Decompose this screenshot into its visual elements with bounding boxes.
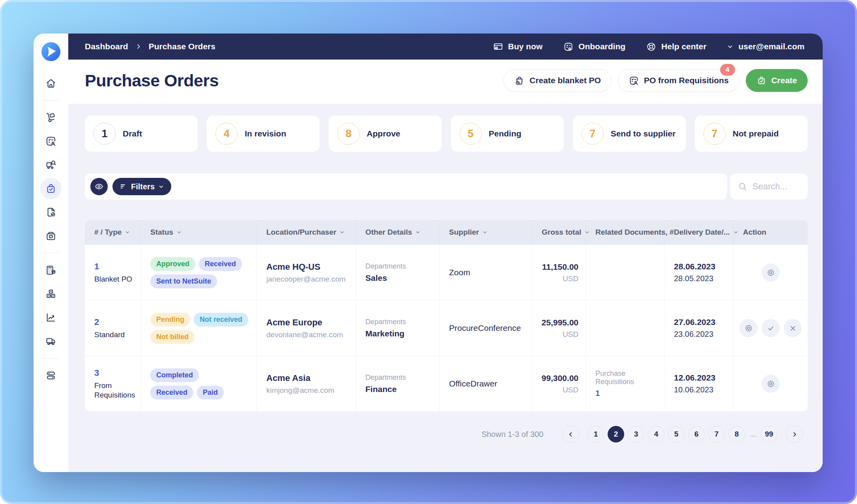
location-name: Acme Europe (266, 317, 350, 328)
summary-card-draft[interactable]: 1 Draft (85, 116, 198, 152)
desktop-background: Dashboard Purchase Orders Buy now (0, 0, 857, 504)
bag-check-icon (756, 75, 767, 86)
bag-clock-icon (514, 75, 525, 86)
table-row[interactable]: 2 Standard PendingNot receivedNot billed… (85, 300, 808, 356)
summary-card-send-to-supplier[interactable]: 7 Send to supplier (573, 116, 686, 152)
create-blanket-po-label: Create blanket PO (530, 76, 601, 85)
column-header-type[interactable]: # / Type (85, 220, 141, 245)
table-body: 1 Blanket PO ApprovedReceivedSent to Net… (85, 245, 808, 411)
pagination-next-button[interactable] (786, 426, 803, 443)
status-badge: Approved (150, 257, 195, 271)
secondary-date: 23.06.2023 (674, 330, 728, 339)
status-badge: Completed (150, 368, 199, 382)
column-header-gross-total[interactable]: Gross total (532, 220, 586, 245)
filters-button[interactable]: Filters (112, 178, 171, 195)
summary-card-not-prepaid[interactable]: 7 Not prepaid (695, 116, 808, 152)
status-cell: ApprovedReceivedSent to NetSuite (141, 245, 257, 300)
action-cell (734, 356, 808, 411)
summary-card-in-revision[interactable]: 4 In revision (207, 116, 320, 152)
column-header-supplier[interactable]: Supplier (440, 220, 532, 245)
pagination-page-2[interactable]: 2 (608, 426, 624, 442)
onboarding-button[interactable]: Onboarding (563, 41, 625, 52)
action-cell (734, 245, 808, 300)
buy-now-button[interactable]: Buy now (493, 41, 543, 52)
location-purchaser-cell: Acme HQ-US janecooper@acme.com (257, 245, 356, 300)
pagination-page-99[interactable]: 99 (761, 426, 777, 442)
sidebar-item-inventory[interactable] (40, 283, 62, 304)
app-logo[interactable] (41, 42, 60, 61)
pagination-page-5[interactable]: 5 (668, 426, 685, 442)
sort-chevron-icon (339, 230, 345, 235)
user-menu[interactable]: user@email.com (727, 42, 805, 51)
pagination-page-6[interactable]: 6 (688, 426, 705, 442)
pagination-page-8[interactable]: 8 (728, 426, 745, 442)
sidebar-divider (42, 253, 60, 253)
create-button[interactable]: Create (746, 69, 808, 92)
help-center-label: Help center (661, 42, 706, 51)
column-header-other-details[interactable]: Other Details (356, 220, 440, 245)
hand-truck-icon (45, 112, 57, 123)
card-count: 5 (460, 123, 482, 145)
po-number-type-cell: 1 Blanket PO (85, 245, 141, 300)
user-email: user@email.com (738, 42, 805, 51)
sidebar-item-supplier-search[interactable] (40, 154, 62, 175)
create-blanket-po-button[interactable]: Create blanket PO (503, 69, 612, 92)
search-input[interactable] (752, 181, 801, 192)
table-row[interactable]: 3 From Requisitions CompletedReceivedPai… (85, 356, 808, 411)
related-documents-link[interactable]: 1 (595, 389, 659, 398)
po-number-link[interactable]: 1 (94, 261, 135, 272)
sidebar-item-payments[interactable] (40, 225, 62, 246)
sidebar-item-shipping[interactable] (40, 330, 62, 352)
summary-card-pending[interactable]: 5 Pending (451, 116, 564, 152)
filter-bar: Filters (85, 174, 727, 200)
details-label: Departments (365, 262, 434, 271)
column-header-delivery-date[interactable]: Delivery Date/... (664, 220, 734, 245)
sidebar-item-analytics[interactable] (40, 307, 62, 328)
view-icon (766, 268, 775, 277)
sidebar-item-requisitions[interactable] (40, 131, 62, 152)
sort-chevron-icon (482, 230, 488, 235)
pagination-prev-button[interactable] (562, 426, 579, 443)
sidebar-item-settings[interactable] (40, 365, 62, 386)
pagination: Shown 1-3 of 300 12345678...99 (85, 426, 808, 443)
po-number-link[interactable]: 2 (94, 317, 135, 327)
page-title: Purchase Orders (85, 71, 219, 90)
sidebar-item-invoice-check[interactable] (40, 202, 62, 223)
po-type: Blanket PO (94, 274, 135, 284)
pagination-page-4[interactable]: 4 (648, 426, 664, 442)
currency: USD (563, 330, 578, 339)
sidebar-item-hand-truck[interactable] (40, 107, 62, 128)
view-action-button[interactable] (762, 263, 780, 282)
pagination-page-7[interactable]: 7 (708, 426, 725, 442)
payments-icon (45, 230, 57, 242)
details-value: Marketing (365, 329, 434, 338)
view-icon (766, 379, 775, 388)
column-header-status[interactable]: Status (141, 220, 257, 245)
delivery-date: 28.06.2023 (674, 262, 728, 271)
toolbar: Filters (85, 174, 808, 200)
pagination-page-1[interactable]: 1 (588, 426, 604, 442)
po-type: Standard (94, 330, 135, 340)
po-number-link[interactable]: 3 (94, 368, 135, 378)
po-from-requisitions-button[interactable]: PO from Requisitions 4 (618, 69, 739, 92)
gross-total: 25,995.00 (542, 318, 578, 327)
sort-chevron-icon (415, 230, 421, 235)
help-center-button[interactable]: Help center (646, 41, 706, 52)
column-header-location-purchaser[interactable]: Location/Purchaser (257, 220, 356, 245)
approve-action-button[interactable] (762, 319, 780, 337)
pagination-page-3[interactable]: 3 (628, 426, 644, 442)
sidebar-item-budgets[interactable] (40, 259, 62, 281)
view-action-button[interactable] (739, 319, 758, 337)
supplier-name: Zoom (449, 268, 526, 277)
reject-action-button[interactable] (784, 319, 802, 337)
summary-card-approve[interactable]: 8 Approve (329, 116, 442, 152)
sidebar-item-purchase-orders[interactable] (40, 178, 62, 199)
sidebar-item-home[interactable] (40, 73, 62, 94)
sidebar-nav (40, 71, 62, 387)
status-cell: CompletedReceivedPaid (141, 356, 257, 411)
breadcrumb-dashboard[interactable]: Dashboard (85, 42, 128, 51)
filter-lines-icon (120, 183, 127, 190)
column-visibility-button[interactable] (90, 178, 108, 195)
table-row[interactable]: 1 Blanket PO ApprovedReceivedSent to Net… (85, 245, 808, 300)
view-action-button[interactable] (762, 375, 780, 393)
